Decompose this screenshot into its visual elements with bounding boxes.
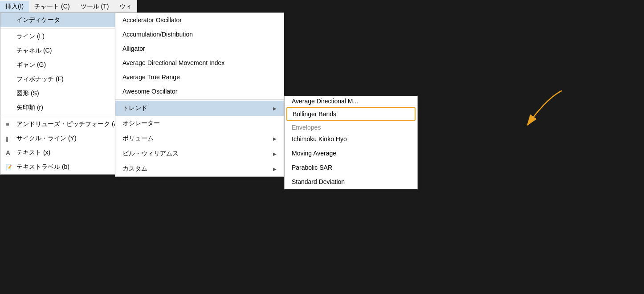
custom-label: カスタム xyxy=(122,165,147,173)
menu-item-accumulation[interactable]: Accumulation/Distribution xyxy=(115,27,284,41)
menu-item-trend[interactable]: トレンド ▶ xyxy=(115,101,284,116)
menu-item-andrews[interactable]: ≡ アンドリューズ・ピッチフォーク (A) xyxy=(0,117,127,131)
text-icon: A xyxy=(6,149,16,156)
gann-label: ギャン (G) xyxy=(16,61,46,69)
trend-label: トレンド xyxy=(122,104,147,112)
separator-1 xyxy=(0,28,127,29)
menu-item-adx[interactable]: Average Directional Movement Index xyxy=(115,56,284,70)
awesome-label: Awesome Oscillator xyxy=(122,88,177,95)
indicator-label: インディケータ xyxy=(16,16,60,24)
partial-admi: Average Directional M... xyxy=(285,96,417,106)
menu-item-indicator[interactable]: インディケータ ▶ xyxy=(0,13,127,27)
bill-williams-arrow: ▶ xyxy=(273,151,277,156)
menu-item-shapes[interactable]: 図形 (S) ▶ xyxy=(0,86,127,101)
dropdown-level1: インディケータ ▶ ライン (L) ▶ チャネル (C) ▶ ギャン (G) ▶… xyxy=(0,12,128,175)
menu-item-awesome[interactable]: Awesome Oscillator xyxy=(115,84,284,98)
trend-arrow: ▶ xyxy=(273,106,277,111)
menu-item-arrows[interactable]: 矢印類 (r) ▶ xyxy=(0,101,127,115)
menu-bar-item-window[interactable]: ウィ xyxy=(114,1,137,12)
menu-item-moving-average[interactable]: Moving Average xyxy=(285,146,417,160)
menu-item-line[interactable]: ライン (L) ▶ xyxy=(0,29,127,44)
partial-label: Average Directional M... xyxy=(292,98,358,105)
menu-item-parabolic-sar[interactable]: Parabolic SAR xyxy=(285,160,417,175)
menu-item-volume[interactable]: ボリューム ▶ xyxy=(115,131,284,146)
arrows-label: 矢印類 (r) xyxy=(16,104,43,112)
menu-item-ichimoku[interactable]: Ichimoku Kinko Hyo xyxy=(285,132,417,146)
atr-label: Average True Range xyxy=(122,74,180,81)
accumulation-label: Accumulation/Distribution xyxy=(122,31,193,38)
andrews-label: アンドリューズ・ピッチフォーク (A) xyxy=(16,120,120,128)
text-label-icon: 📝 xyxy=(6,164,16,170)
menu-item-text-label[interactable]: 📝 テキストラベル (b) xyxy=(0,160,127,174)
separator-l2 xyxy=(115,99,284,100)
oscillator-label: オシレーター xyxy=(122,119,160,127)
menu-bar-item-insert[interactable]: 挿入(I) xyxy=(0,1,29,12)
menu-bar: 挿入(I) チャート (C) ツール (T) ウィ xyxy=(0,0,137,14)
bill-williams-label: ビル・ウィリアムス xyxy=(122,150,179,158)
menu-item-text[interactable]: A テキスト (x) xyxy=(0,146,127,160)
accelerator-label: Accelerator Oscillator xyxy=(122,16,182,24)
text-label: テキスト (x) xyxy=(16,149,50,157)
menu-item-alligator[interactable]: Alligator xyxy=(115,41,284,56)
arrow-annotation xyxy=(503,87,575,142)
menu-bar-item-tools[interactable]: ツール (T) xyxy=(75,1,114,12)
line-label: ライン (L) xyxy=(16,33,45,41)
menu-item-atr[interactable]: Average True Range xyxy=(115,70,284,84)
text-label-label: テキストラベル (b) xyxy=(16,163,69,171)
shapes-label: 図形 (S) xyxy=(16,90,39,98)
menu-item-oscillator[interactable]: オシレーター xyxy=(115,116,284,131)
menu-item-accelerator[interactable]: Accelerator Oscillator xyxy=(115,13,284,27)
parabolic-sar-label: Parabolic SAR xyxy=(292,164,332,171)
cycle-icon: ||| xyxy=(6,135,16,142)
envelopes-label: Envelopes xyxy=(292,124,321,131)
menu-item-bill-williams[interactable]: ビル・ウィリアムス ▶ xyxy=(115,146,284,161)
menu-item-gann[interactable]: ギャン (G) ▶ xyxy=(0,58,127,72)
custom-arrow: ▶ xyxy=(273,167,277,172)
channel-label: チャネル (C) xyxy=(16,47,52,55)
dropdown-level2: Accelerator Oscillator Accumulation/Dist… xyxy=(115,12,284,177)
andrews-icon: ≡ xyxy=(6,121,16,128)
menu-item-bollinger[interactable]: Bollinger Bands xyxy=(286,107,416,121)
adx-label: Average Directional Movement Index xyxy=(122,59,224,66)
bollinger-label: Bollinger Bands xyxy=(293,110,336,118)
standard-deviation-label: Standard Deviation xyxy=(292,178,345,185)
menu-bar-item-chart[interactable]: チャート (C) xyxy=(29,1,75,12)
volume-label: ボリューム xyxy=(122,135,154,143)
menu-item-cycle-line[interactable]: ||| サイクル・ライン (Y) xyxy=(0,131,127,146)
menu-item-fibonacci[interactable]: フィボナッチ (F) ▶ xyxy=(0,72,127,86)
menu-item-standard-deviation[interactable]: Standard Deviation xyxy=(285,175,417,189)
separator-2 xyxy=(0,116,127,116)
alligator-label: Alligator xyxy=(122,45,145,52)
cycle-label: サイクル・ライン (Y) xyxy=(16,135,77,143)
moving-average-label: Moving Average xyxy=(292,150,336,157)
dropdown-level3: Average Directional M... Bollinger Bands… xyxy=(284,96,418,189)
menu-item-envelopes[interactable]: Envelopes xyxy=(285,122,417,132)
volume-arrow: ▶ xyxy=(273,136,277,141)
fibonacci-label: フィボナッチ (F) xyxy=(16,75,64,83)
ichimoku-label: Ichimoku Kinko Hyo xyxy=(292,135,347,143)
menu-item-custom[interactable]: カスタム ▶ xyxy=(115,161,284,176)
menu-item-channel[interactable]: チャネル (C) ▶ xyxy=(0,44,127,58)
